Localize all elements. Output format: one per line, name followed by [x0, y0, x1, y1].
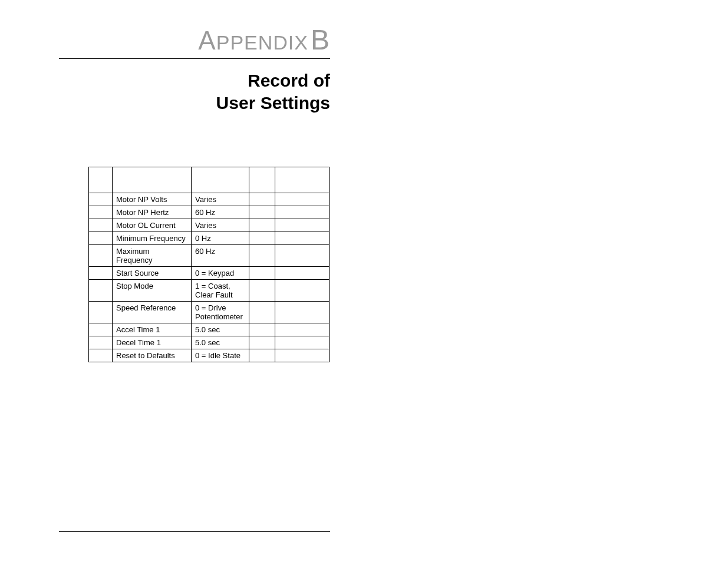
- cell-default-value: 60 Hz: [192, 245, 249, 267]
- cell-parameter-name: Stop Mode: [113, 280, 192, 302]
- cell-user-2: [275, 206, 330, 219]
- cell-user-2: [275, 349, 330, 362]
- cell-number: [89, 245, 113, 267]
- cell-parameter-name: Motor NP Volts: [113, 193, 192, 206]
- cell-user-2: [275, 323, 330, 336]
- cell-user-1: [249, 193, 275, 206]
- cell-user-1: [249, 232, 275, 245]
- heading-divider: [59, 58, 330, 59]
- cell-default-value: 5.0 sec: [192, 323, 249, 336]
- cell-default-value: 5.0 sec: [192, 336, 249, 349]
- cell-parameter-name: Maximum Frequency: [113, 245, 192, 267]
- cell-number: [89, 349, 113, 362]
- cell-default-value: 0 = Idle State: [192, 349, 249, 362]
- cell-default-value: Varies: [192, 193, 249, 206]
- cell-parameter-name: Motor NP Hertz: [113, 206, 192, 219]
- cell-user-1: [249, 206, 275, 219]
- cell-user-2: [275, 336, 330, 349]
- table-row: Maximum Frequency60 Hz: [89, 245, 330, 267]
- table-row: Motor NP VoltsVaries: [89, 193, 330, 206]
- table-row: Decel Time 15.0 sec: [89, 336, 330, 349]
- cell-number: [89, 336, 113, 349]
- table-row: Reset to Defaults0 = Idle State: [89, 349, 330, 362]
- cell-number: [89, 232, 113, 245]
- cell-number: [89, 302, 113, 323]
- cell-default-value: 1 = Coast, Clear Fault: [192, 280, 249, 302]
- cell-user-1: [249, 336, 275, 349]
- appendix-word: PPENDIX: [216, 31, 308, 54]
- cell-user-1: [249, 323, 275, 336]
- cell-user-1: [249, 302, 275, 323]
- cell-parameter-name: Minimum Frequency: [113, 232, 192, 245]
- header-col-1: [89, 167, 113, 193]
- table-row: Accel Time 15.0 sec: [89, 323, 330, 336]
- cell-number: [89, 280, 113, 302]
- cell-default-value: Varies: [192, 219, 249, 232]
- cell-parameter-name: Speed Reference: [113, 302, 192, 323]
- subtitle-line-2: User Settings: [59, 92, 330, 114]
- table-row: Stop Mode1 = Coast, Clear Fault: [89, 280, 330, 302]
- cell-number: [89, 206, 113, 219]
- cell-user-2: [275, 267, 330, 280]
- cell-default-value: 60 Hz: [192, 206, 249, 219]
- cell-user-1: [249, 280, 275, 302]
- cell-user-1: [249, 267, 275, 280]
- cell-default-value: 0 Hz: [192, 232, 249, 245]
- table-row: Start Source0 = Keypad: [89, 267, 330, 280]
- cell-parameter-name: Decel Time 1: [113, 336, 192, 349]
- cell-user-1: [249, 245, 275, 267]
- table-row: Minimum Frequency0 Hz: [89, 232, 330, 245]
- cell-parameter-name: Accel Time 1: [113, 323, 192, 336]
- cell-default-value: 0 = Drive Potentiometer: [192, 302, 249, 323]
- appendix-heading: APPENDIXB: [59, 24, 330, 56]
- cell-user-2: [275, 232, 330, 245]
- cell-number: [89, 193, 113, 206]
- subtitle-line-1: Record of: [59, 70, 330, 92]
- cell-user-2: [275, 280, 330, 302]
- table-row: Motor NP Hertz60 Hz: [89, 206, 330, 219]
- cell-parameter-name: Reset to Defaults: [113, 349, 192, 362]
- header-col-4: [249, 167, 275, 193]
- cell-parameter-name: Motor OL Current: [113, 219, 192, 232]
- cell-number: [89, 267, 113, 280]
- header-col-2: [113, 167, 192, 193]
- cell-user-1: [249, 349, 275, 362]
- appendix-letter: B: [311, 24, 330, 55]
- footer-divider: [59, 531, 330, 532]
- appendix-first-letter: A: [198, 26, 216, 55]
- cell-parameter-name: Start Source: [113, 267, 192, 280]
- cell-user-2: [275, 193, 330, 206]
- cell-number: [89, 219, 113, 232]
- table-header-row: [89, 167, 330, 193]
- cell-user-2: [275, 219, 330, 232]
- settings-table: Motor NP VoltsVariesMotor NP Hertz60 HzM…: [88, 167, 330, 362]
- cell-default-value: 0 = Keypad: [192, 267, 249, 280]
- page-title: Record of User Settings: [59, 70, 330, 114]
- header-col-3: [192, 167, 249, 193]
- cell-number: [89, 323, 113, 336]
- table-row: Speed Reference0 = Drive Potentiometer: [89, 302, 330, 323]
- cell-user-2: [275, 302, 330, 323]
- table-row: Motor OL CurrentVaries: [89, 219, 330, 232]
- header-col-5: [275, 167, 330, 193]
- cell-user-1: [249, 219, 275, 232]
- cell-user-2: [275, 245, 330, 267]
